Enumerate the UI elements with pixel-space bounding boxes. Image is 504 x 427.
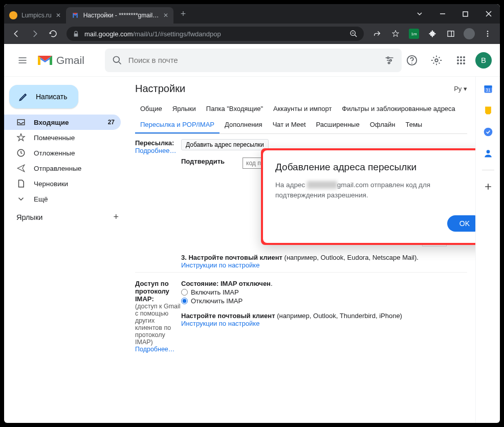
search-icon [112,55,122,65]
imap-client-hint: (например, Outlook, Thunderbird, iPhone) [275,312,402,320]
address-bar: mail.google.com/mail/u/1/#settings/fwdan… [4,24,500,44]
tab-inbox[interactable]: Папка "Входящие" [201,101,268,117]
reload-button[interactable] [45,26,61,42]
user-avatar[interactable]: В [475,52,492,69]
forward-button[interactable] [27,26,43,42]
nav-snoozed[interactable]: Отложенные [4,145,121,161]
window-close-button[interactable] [477,4,500,24]
modal-ok-button[interactable]: OK [447,215,475,232]
share-icon[interactable] [369,26,385,42]
verify-label: Подтвердить [181,158,237,165]
nav-starred[interactable]: Помеченные [4,130,121,145]
compose-button[interactable]: Написать [9,85,78,108]
tab-offline[interactable]: Офлайн [365,117,401,133]
calendar-icon[interactable]: 31 [483,84,493,94]
panel-icon[interactable] [443,26,459,42]
learn-more-link[interactable]: Подробнее… [135,346,174,353]
imap-disable-radio[interactable] [181,298,188,304]
tab-general[interactable]: Общие [135,101,167,117]
extensions-button[interactable] [424,26,441,42]
filter-icon[interactable] [384,55,395,65]
svg-point-21 [457,59,459,61]
tab-themes[interactable]: Темы [400,117,427,133]
tab-accounts[interactable]: Аккаунты и импорт [268,101,337,117]
draft-icon [16,179,26,188]
keep-icon[interactable] [483,105,493,116]
instructions-link[interactable]: Инструкции по настройке [181,261,259,269]
svg-point-12 [387,57,389,58]
add-label-button[interactable]: + [113,212,119,222]
imap-client-label: Настройте почтовый клиент [181,312,275,320]
svg-rect-1 [463,12,468,16]
language-selector[interactable]: Ру ▾ [454,85,467,93]
close-icon[interactable]: ✕ [163,12,168,19]
svg-point-20 [463,56,465,58]
svg-point-8 [487,33,489,35]
main-menu-button[interactable] [12,50,33,71]
browser-tab-lumpics[interactable]: Lumpics.ru ✕ [4,7,66,24]
back-button[interactable] [8,26,25,42]
zoom-icon[interactable] [349,30,358,38]
svg-point-23 [463,59,465,61]
nav-count: 27 [108,119,115,126]
svg-point-19 [460,56,462,58]
nav-sent[interactable]: Отправленные [4,161,121,176]
nav-label: Ещё [34,195,48,203]
labels-title: Ярлыки [16,213,42,221]
help-icon[interactable] [402,50,422,71]
url-input[interactable]: mail.google.com/mail/u/1/#settings/fwdan… [67,27,364,41]
window-maximize-button[interactable] [454,4,477,24]
svg-point-9 [487,35,489,37]
svg-point-24 [457,62,459,64]
imap-state: IMAP отключен [221,280,271,287]
new-tab-button[interactable]: + [173,9,193,19]
imap-on-label: Включить IMAP [191,288,239,296]
modal-title: Добавление адреса пересылки [275,162,417,173]
tab-advanced[interactable]: Расширенные [311,117,365,133]
instructions-link[interactable]: Инструкции по настройке [181,320,259,327]
nav-label: Входящие [34,119,69,126]
extension-icon[interactable]: 1m [406,26,422,42]
tab-addons[interactable]: Дополнения [220,117,268,133]
tab-forwarding[interactable]: Пересылка и POP/IMAP [135,117,220,133]
imap-enable-radio[interactable] [181,289,188,296]
gear-icon[interactable] [426,50,447,71]
bookmark-icon[interactable] [387,26,404,42]
imap-sublabel: (доступ к Gmail с помощью других клиенто… [135,303,181,346]
forwarding-label: Пересылка: [135,139,174,147]
nav-drafts[interactable]: Черновики [4,176,121,191]
svg-point-26 [463,62,465,64]
close-icon[interactable]: ✕ [56,12,61,19]
svg-line-11 [119,62,121,64]
browser-menu-button[interactable] [479,26,496,42]
send-icon [16,164,26,173]
svg-point-14 [388,62,389,63]
add-panel-button[interactable] [483,182,493,192]
modal-close-button[interactable]: ✕ [474,162,475,173]
apps-icon[interactable] [451,50,471,71]
contacts-icon[interactable] [483,148,493,159]
page-title: Настройки [135,83,185,95]
add-forwarding-button[interactable]: Добавить адрес пересылки [181,139,269,150]
browser-tab-gmail[interactable]: Настройки - ********gmail.co ✕ [66,7,173,24]
step3-hint: (например, Outlook, Eudora, Netscape Mai… [282,254,419,261]
tab-labels[interactable]: Ярлыки [167,101,201,117]
tab-title: Настройки - ********gmail.co [83,12,159,19]
lock-icon [73,31,79,37]
modal-body: На адрес gmail.com отправлен код для под… [275,180,475,201]
tab-chat[interactable]: Чат и Meet [268,117,311,133]
gmail-logo[interactable]: Gmail [37,54,84,66]
nav-inbox[interactable]: Входящие 27 [4,115,121,130]
profile-avatar[interactable] [461,26,477,42]
search-box[interactable] [105,49,402,72]
window-minimize-button[interactable] [431,4,454,24]
search-input[interactable] [128,56,384,64]
nav-more[interactable]: Ещё [4,191,121,207]
svg-point-25 [460,62,462,64]
tab-filters[interactable]: Фильтры и заблокированные адреса [337,101,460,117]
chevron-down-icon [16,194,26,204]
window-dropdown-icon[interactable] [408,4,431,24]
svg-point-10 [113,56,119,62]
tasks-icon[interactable] [483,127,493,137]
learn-more-link[interactable]: Подробнее… [135,147,176,154]
